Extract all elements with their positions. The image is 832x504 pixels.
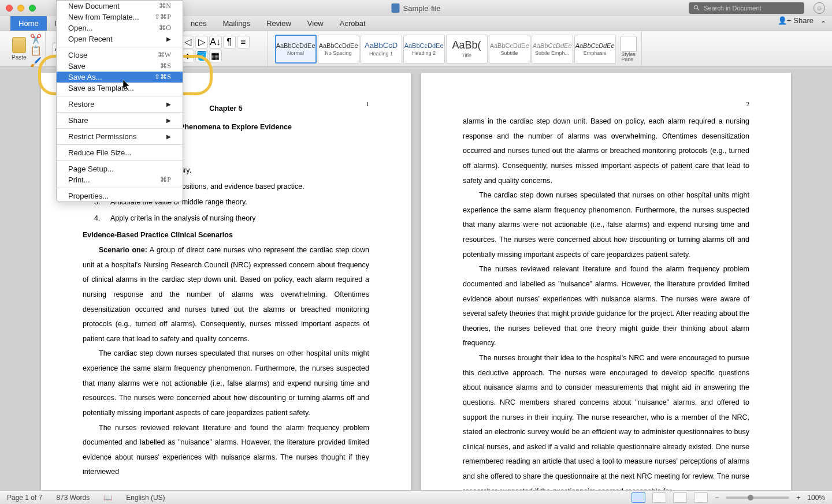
zoom-out-button[interactable]: −	[715, 494, 719, 502]
submenu-arrow-icon: ▶	[166, 101, 171, 107]
statusbar: Page 1 of 7 873 Words 📖 English (US) − +…	[0, 490, 832, 504]
style-title[interactable]: AaBb(Title	[446, 35, 488, 64]
ribbon-collapse-button[interactable]: ⌃	[820, 20, 826, 28]
tab-acrobat[interactable]: Acrobat	[332, 16, 374, 31]
submenu-arrow-icon: ▶	[166, 36, 171, 42]
draft-view-button[interactable]	[694, 492, 708, 503]
copy-icon[interactable]: 📋	[30, 45, 40, 53]
shading-button[interactable]: 🪣	[195, 50, 208, 62]
increase-indent-button[interactable]: ▷	[195, 36, 208, 48]
menu-separator	[57, 128, 183, 129]
style-no-spacing[interactable]: AaBbCcDdEeNo Spacing	[318, 35, 359, 64]
tab-view[interactable]: View	[299, 16, 332, 31]
menu-share[interactable]: Share▶	[57, 115, 183, 126]
menu-separator	[57, 112, 183, 113]
menu-save-as[interactable]: Save As...⇧⌘S	[57, 72, 183, 83]
menu-reduce-file-size[interactable]: Reduce File Size...	[57, 147, 183, 158]
style-heading-2[interactable]: AaBbCcDdEeHeading 2	[403, 35, 445, 64]
menu-separator	[57, 188, 183, 188]
show-marks-button[interactable]: ¶	[223, 36, 236, 48]
style-gallery: AaBbCcDdEeNormal AaBbCcDdEeNo Spacing Aa…	[275, 35, 616, 64]
styles-pane-button[interactable]: Styles Pane	[621, 36, 637, 62]
web-layout-view-button[interactable]	[652, 492, 666, 503]
styles-pane-icon	[621, 36, 637, 52]
spell-check-icon[interactable]: 📖	[103, 494, 112, 502]
page-number: 2	[746, 100, 750, 107]
menu-close[interactable]: Close⌘W	[57, 50, 183, 61]
search-placeholder: Search in Document	[704, 5, 762, 12]
cut-icon[interactable]: ✂️	[30, 33, 40, 42]
styles-group: AaBbCcDdEeNormal AaBbCcDdEeNo Spacing Aa…	[270, 31, 642, 66]
menu-restrict-permissions[interactable]: Restrict Permissions▶	[57, 131, 183, 142]
page-content[interactable]: alarms in the cardiac step down unit. Ba…	[463, 102, 749, 490]
file-menu-dropdown: New Document⌘N New from Template...⇧⌘P O…	[56, 0, 183, 202]
align-left-button[interactable]: ≡	[237, 36, 250, 48]
style-emphasis[interactable]: AaBbCcDdEeEmphasis	[574, 35, 616, 64]
menu-separator	[57, 160, 183, 161]
menu-save[interactable]: Save⌘S	[57, 61, 183, 72]
document-name: Sample-file	[403, 4, 440, 13]
menu-open-recent[interactable]: Open Recent▶	[57, 33, 183, 44]
maximize-window-button[interactable]	[29, 5, 36, 12]
svg-point-0	[694, 6, 698, 9]
help-button[interactable]: ☺	[814, 2, 825, 14]
tab-home[interactable]: Home	[10, 16, 47, 31]
close-window-button[interactable]	[6, 5, 13, 12]
window-controls	[6, 5, 36, 12]
language-indicator[interactable]: English (US)	[126, 494, 165, 502]
menu-open[interactable]: Open...⌘O	[57, 23, 183, 33]
submenu-arrow-icon: ▶	[166, 133, 171, 140]
style-subtle-emphasis[interactable]: AaBbCcDdEeSubtle Emph...	[532, 35, 573, 64]
format-painter-icon[interactable]: 🖌️	[30, 57, 40, 65]
tab-references[interactable]: nces	[183, 16, 214, 31]
tab-review[interactable]: Review	[258, 16, 299, 31]
sort-button[interactable]: A↓	[209, 36, 222, 48]
share-icon: 👤+	[778, 16, 792, 25]
print-layout-view-button[interactable]	[632, 492, 645, 503]
word-count[interactable]: 873 Words	[56, 494, 90, 502]
minimize-window-button[interactable]	[17, 5, 24, 12]
menu-separator	[57, 144, 183, 145]
menu-save-as-template[interactable]: Save as Template...	[57, 83, 183, 94]
search-box[interactable]: Search in Document	[689, 2, 804, 14]
zoom-handle[interactable]	[748, 495, 753, 501]
style-heading-1[interactable]: AaBbCcDHeading 1	[361, 35, 402, 64]
svg-line-1	[697, 9, 699, 10]
page-2[interactable]: 2 alarms in the cardiac step down unit. …	[421, 73, 791, 490]
page-indicator[interactable]: Page 1 of 7	[7, 494, 42, 502]
menu-new-document[interactable]: New Document⌘N	[57, 1, 183, 12]
menu-new-from-template[interactable]: New from Template...⇧⌘P	[57, 12, 183, 23]
search-icon	[693, 5, 700, 12]
menu-separator	[57, 96, 183, 96]
zoom-slider[interactable]	[726, 496, 789, 499]
tab-mailings[interactable]: Mailings	[215, 16, 259, 31]
menu-properties[interactable]: Properties...	[57, 191, 183, 201]
style-normal[interactable]: AaBbCcDdEeNormal	[275, 35, 317, 64]
menu-restore[interactable]: Restore▶	[57, 99, 183, 110]
menu-print[interactable]: Print...⌘P	[57, 174, 183, 185]
borders-button[interactable]: ▦	[209, 50, 222, 62]
share-button[interactable]: 👤+ Share	[778, 16, 814, 25]
submenu-arrow-icon: ▶	[166, 117, 171, 124]
zoom-level[interactable]: 100%	[807, 494, 825, 502]
page-number: 1	[366, 100, 370, 107]
style-subtitle[interactable]: AaBbCcDdEeSubtitle	[489, 35, 530, 64]
paste-icon	[12, 37, 26, 53]
menu-page-setup[interactable]: Page Setup...	[57, 163, 183, 174]
document-icon	[391, 3, 399, 13]
outline-view-button[interactable]	[673, 492, 687, 503]
menu-separator	[57, 47, 183, 47]
clipboard-group: Paste ✂️ 📋 🖌️	[7, 31, 46, 66]
paste-button[interactable]: Paste	[12, 37, 27, 61]
document-title: Sample-file	[391, 3, 440, 13]
zoom-in-button[interactable]: +	[796, 494, 800, 502]
